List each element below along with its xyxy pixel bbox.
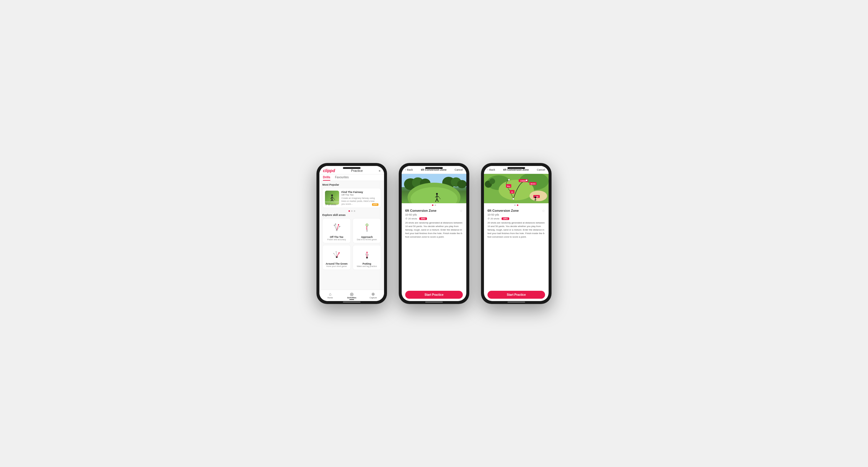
svg-line-6 [334, 198, 335, 200]
skill-card-atg[interactable]: Around The Green Hone your short game [322, 245, 351, 270]
drill-meta-2: ⏱ 20 shots ARG [405, 218, 463, 220]
back-chevron-icon-3: ‹ [488, 168, 488, 171]
skill-grid: Off The Tee Power and accuracy [322, 218, 381, 270]
svg-point-13 [338, 224, 339, 225]
nav-capture[interactable]: ⊕ Capture [363, 292, 384, 300]
svg-point-36 [436, 193, 438, 195]
svg-point-15 [335, 224, 336, 225]
active-underline [349, 299, 354, 300]
svg-point-14 [339, 226, 340, 227]
activities-label: Activities [347, 297, 356, 299]
phone-3-screen: ‹ Back 6ft Conversion Zone Cancel [484, 166, 549, 301]
svg-point-0 [331, 194, 333, 196]
home-indicator-3 [507, 302, 525, 302]
image-dots-2 [402, 203, 466, 206]
favourite-icon-3[interactable]: ☆ [542, 209, 545, 213]
svg-point-49 [489, 178, 495, 184]
img-dot-1 [432, 204, 433, 206]
clock-icon-3: ⏱ [488, 218, 490, 220]
explore-label: Explore skill areas [322, 213, 381, 216]
atg-desc: Hone your short game [327, 265, 347, 267]
capture-label: Capture [370, 297, 377, 299]
img-dot-3-2 [517, 204, 518, 206]
start-practice-button-2[interactable]: Start Practice [405, 291, 463, 299]
phone-notch-1 [343, 167, 361, 169]
nav-activities[interactable]: ◎ Activities [341, 292, 362, 300]
svg-point-60 [534, 197, 536, 198]
drill-photo [402, 174, 466, 203]
shots-label: ⏱ 20 shots [405, 218, 417, 220]
start-practice-button-3[interactable]: Start Practice [488, 291, 545, 299]
svg-point-65 [508, 179, 510, 180]
shots-label-3: ⏱ 20 shots [488, 218, 499, 220]
putting-icon-area [360, 247, 374, 262]
capture-icon: ⊕ [371, 292, 375, 296]
drill-description-3: 20 shots are randomly generated at dista… [488, 221, 545, 239]
ott-desc: Power and accuracy [327, 238, 346, 240]
svg-point-46 [499, 180, 534, 200]
drill-title: Find The Fairway [341, 191, 378, 194]
practice-body: Most Popular [319, 181, 384, 290]
tab-favourites[interactable]: Favourites [335, 176, 349, 180]
home-indicator-2 [425, 302, 443, 302]
phone-2: ‹ Back 6ft Conversion Zone Cancel [399, 163, 469, 304]
svg-text:ROUGH: ROUGH [531, 183, 536, 185]
arg-badge-3: ARG [502, 218, 509, 220]
svg-line-9 [337, 225, 339, 230]
approach-icon-area [360, 221, 374, 235]
tab-drills[interactable]: Drills [323, 176, 330, 180]
most-popular-label: Most Popular [322, 183, 381, 186]
back-button[interactable]: ‹ Back [405, 168, 413, 171]
back-chevron-icon: ‹ [405, 168, 406, 171]
image-dots-3 [484, 203, 549, 206]
drill-title-3: 6ft Conversion Zone [488, 209, 519, 212]
ott-name: Off The Tee [330, 236, 343, 238]
activities-icon: ◎ [350, 292, 353, 296]
skill-card-ott[interactable]: Off The Tee Power and accuracy [322, 218, 351, 243]
skill-card-approach[interactable]: Approach Dial-in to hit the green [352, 218, 381, 243]
title-row-3: 6ft Conversion Zone ☆ [488, 209, 545, 213]
drill-map: Hit Miss FAIRWAY ROUGH SAND [484, 174, 549, 203]
approach-name: Approach [361, 236, 373, 238]
phone-notch-3 [507, 167, 525, 169]
cancel-button[interactable]: Cancel [455, 168, 463, 171]
clock-icon: ⏱ [405, 218, 408, 220]
img-dot-3-1 [514, 204, 516, 206]
header-title: Practice [351, 169, 363, 172]
detail-body-3: 6ft Conversion Zone ☆ 10-50 yds ⏱ 20 sho… [484, 206, 549, 289]
svg-point-16 [366, 230, 368, 232]
home-label: Home [327, 297, 333, 299]
drill-subtitle: Off The Tee [341, 194, 378, 196]
drill-distance: 10-50 yds [405, 213, 463, 216]
back-label-3: Back [489, 168, 495, 171]
menu-icon[interactable]: ≡ [379, 169, 380, 172]
carousel-dots [322, 210, 381, 212]
ott-icon-area [330, 221, 344, 235]
title-row: 6ft Conversion Zone ☆ [405, 209, 463, 213]
drill-shots: ⏱ 10 shots [325, 203, 336, 206]
atg-icon-area [330, 247, 344, 262]
arg-badge: ARG [419, 218, 427, 220]
svg-text:FAIRWAY: FAIRWAY [520, 180, 526, 182]
back-button-3[interactable]: ‹ Back [488, 168, 495, 171]
drill-title-2: 6ft Conversion Zone [405, 209, 436, 212]
app-logo: clippd [323, 168, 335, 173]
svg-point-64 [513, 198, 514, 200]
cancel-button-3[interactable]: Cancel [537, 168, 545, 171]
skill-card-putting[interactable]: Putting Make and lag practice [352, 245, 381, 270]
phone-3: ‹ Back 6ft Conversion Zone Cancel [481, 163, 552, 304]
img-dot-2 [435, 204, 436, 206]
drill-distance-3: 10-50 yds [488, 213, 545, 216]
drill-meta: ⏱ 10 shots OTT [325, 202, 378, 206]
home-icon: ⌂ [329, 292, 331, 296]
svg-line-5 [332, 199, 333, 201]
back-label: Back [407, 168, 413, 171]
dot-1 [348, 210, 350, 212]
featured-drill-card[interactable]: Find The Fairway Off The Tee Create an i… [322, 188, 381, 208]
nav-home[interactable]: ⌂ Home [319, 292, 341, 300]
approach-desc: Dial-in to hit the green [357, 238, 377, 240]
detail-body-2: 6ft Conversion Zone ☆ 10-50 yds ⏱ 20 sho… [402, 206, 466, 289]
dot-2 [351, 210, 352, 212]
favourite-icon[interactable]: ☆ [460, 209, 463, 213]
drill-meta-3: ⏱ 20 shots ARG [488, 218, 545, 220]
